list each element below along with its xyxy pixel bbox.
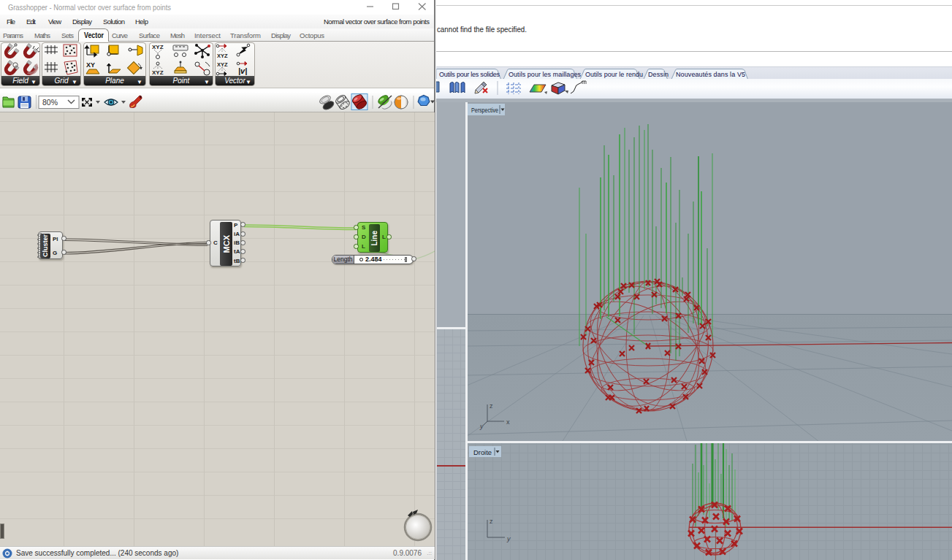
svg-text:Solution: Solution bbox=[103, 18, 125, 26]
svg-text:z: z bbox=[490, 518, 493, 525]
svg-text:80%: 80% bbox=[42, 98, 58, 107]
svg-text:Display: Display bbox=[72, 18, 92, 26]
svg-text:Vector: Vector bbox=[84, 31, 104, 39]
svg-text:Maths: Maths bbox=[34, 31, 50, 39]
svg-text:Mesh: Mesh bbox=[170, 31, 185, 39]
svg-text:XYZ: XYZ bbox=[217, 53, 228, 59]
svg-text:Edit: Edit bbox=[26, 18, 36, 26]
svg-text:Normal vector over surface fro: Normal vector over surface from points bbox=[324, 18, 430, 26]
svg-text:XYZ: XYZ bbox=[152, 69, 164, 76]
svg-text:File: File bbox=[7, 18, 15, 26]
svg-text:XY: XY bbox=[86, 61, 95, 69]
svg-text:Perspective: Perspective bbox=[471, 106, 498, 114]
svg-text:Droite: Droite bbox=[473, 448, 492, 456]
svg-text:Display: Display bbox=[271, 31, 291, 39]
svg-text:Grasshopper - Normal vector ov: Grasshopper - Normal vector over surface… bbox=[8, 3, 171, 12]
svg-text:XYZ: XYZ bbox=[217, 61, 228, 68]
svg-text:View: View bbox=[48, 18, 61, 26]
svg-text:Dessin: Dessin bbox=[648, 71, 669, 78]
svg-text:Outils pour le rendu: Outils pour le rendu bbox=[585, 71, 643, 78]
svg-text:Help: Help bbox=[135, 18, 148, 26]
svg-text:cannot find the file specified: cannot find the file specified. bbox=[437, 25, 527, 34]
svg-text:Curve: Curve bbox=[112, 31, 128, 39]
svg-text:Transform: Transform bbox=[230, 31, 261, 39]
svg-text:Params: Params bbox=[3, 31, 23, 39]
svg-text:Outils pour les maillages: Outils pour les maillages bbox=[509, 71, 582, 78]
svg-text:Intersect: Intersect bbox=[194, 31, 221, 39]
svg-text:|v|: |v| bbox=[238, 66, 247, 75]
svg-text:y: y bbox=[506, 535, 511, 542]
svg-text:y: y bbox=[479, 423, 484, 430]
svg-text:x: x bbox=[506, 418, 510, 426]
svg-text:Sets: Sets bbox=[61, 31, 74, 39]
svg-text:z: z bbox=[490, 402, 493, 410]
svg-text:Surface: Surface bbox=[139, 31, 160, 39]
svg-text:Octopus: Octopus bbox=[300, 31, 324, 39]
svg-text:XYZ: XYZ bbox=[152, 44, 164, 50]
svg-text:Nouveautés dans la V5: Nouveautés dans la V5 bbox=[676, 71, 745, 78]
svg-text:Outils pour les solides: Outils pour les solides bbox=[439, 71, 500, 78]
